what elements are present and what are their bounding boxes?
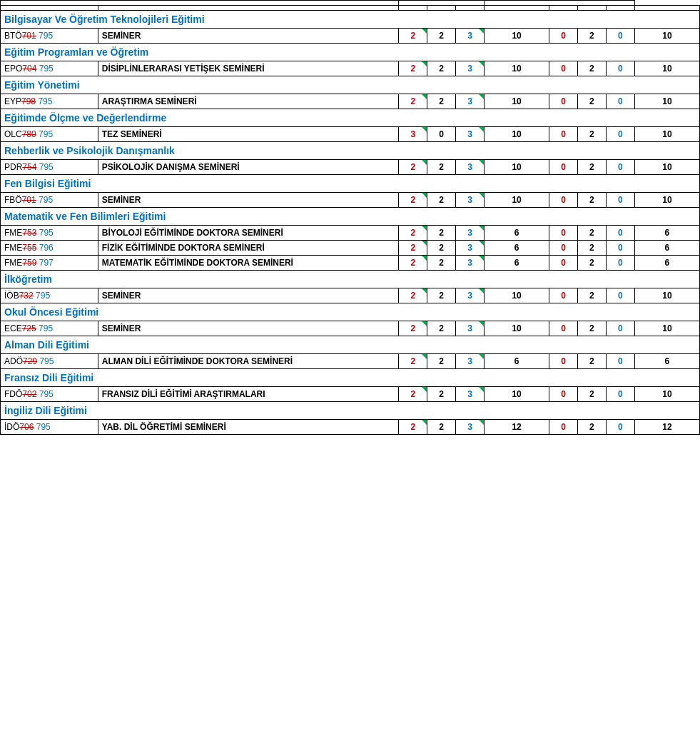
dept-code: FME — [4, 243, 22, 253]
k-new-value-cell: 0 — [606, 241, 634, 256]
table-row: FDÖ702 795 FRANSIZ DİLİ EĞİTİMİ ARAŞTIRM… — [1, 387, 700, 402]
k-new-value: 0 — [618, 258, 623, 268]
course-code-cell: FDÖ702 795 — [1, 387, 98, 402]
k-value: 3 — [467, 228, 472, 238]
ects-value-cell: 6 — [484, 354, 549, 369]
k-value: 3 — [467, 291, 472, 301]
dept-code: ADÖ — [4, 356, 23, 366]
k-value: 3 — [467, 129, 472, 139]
ders-kodu-col — [1, 6, 98, 11]
ects-value: 6 — [514, 258, 519, 268]
t-new-value: 0 — [561, 422, 566, 432]
t-value: 2 — [410, 323, 415, 333]
t-new-value-cell: 0 — [549, 321, 578, 336]
p-new-value: 2 — [589, 195, 594, 205]
p-value: 2 — [439, 31, 444, 41]
t-value: 2 — [410, 422, 415, 432]
p-new-col — [578, 6, 607, 11]
course-name: BİYOLOJİ EĞİTİMİNDE DOKTORA SEMİNERİ — [102, 228, 283, 238]
t-new-value-cell: 0 — [549, 256, 578, 271]
new-code: 795 — [38, 96, 52, 106]
table-row: BTÖ701 795 SEMİNER 2 2 3 10 0 — [1, 29, 700, 44]
p-new-value-cell: 2 — [578, 61, 607, 76]
k-new-value-cell: 0 — [606, 127, 634, 142]
table-row: OLC780 795 TEZ SEMİNERİ 3 0 3 10 0 — [1, 127, 700, 142]
old-code: 701 — [22, 195, 36, 205]
p-value-cell: 2 — [427, 288, 456, 303]
course-name: ALMAN DİLİ EĞİTİMİNDE DOKTORA SEMİNERİ — [102, 356, 293, 366]
section-name: Fen Bilgisi Eğitimi — [4, 178, 91, 189]
ders-listesi-header — [1, 1, 399, 6]
p-new-value-cell: 2 — [578, 387, 607, 402]
course-code-cell: ECE725 795 — [1, 321, 98, 336]
dept-code: FME — [4, 258, 22, 268]
p-new-value: 2 — [589, 422, 594, 432]
p-value: 2 — [439, 243, 444, 253]
t-value-cell: 2 — [399, 321, 427, 336]
k-new-value-cell: 0 — [606, 387, 634, 402]
k-value-cell: 3 — [456, 288, 485, 303]
k-new-value: 0 — [618, 195, 623, 205]
k-value-cell: 3 — [456, 94, 485, 109]
ects-new-value-cell: 10 — [634, 94, 699, 109]
ects-new-value: 10 — [662, 162, 671, 172]
table-body: Bilgisayar Ve Öğretim Teknolojileri Eğit… — [1, 11, 700, 435]
table-row: PDR754 795 PSİKOLOJİK DANIŞMA SEMİNERİ 2… — [1, 160, 700, 175]
k-new-value: 0 — [618, 96, 623, 106]
p-value: 2 — [439, 96, 444, 106]
course-name-cell: ARAŞTIRMA SEMİNERİ — [98, 94, 399, 109]
k-value-cell: 3 — [456, 256, 485, 271]
p-new-value: 2 — [589, 243, 594, 253]
ects-value: 10 — [512, 129, 521, 139]
p-value: 2 — [439, 356, 444, 366]
course-name: TEZ SEMİNERİ — [102, 129, 162, 139]
ects-new-value: 6 — [665, 243, 670, 253]
t-value: 2 — [410, 64, 415, 74]
course-code-cell: EYP798 795 — [1, 94, 98, 109]
ects-new-value-cell: 10 — [634, 29, 699, 44]
ects-value: 6 — [514, 243, 519, 253]
section-header-row: İlköğretim — [1, 271, 700, 288]
ects-new-value-cell: 10 — [634, 160, 699, 175]
p-new-value-cell: 2 — [578, 420, 607, 435]
ects-value: 10 — [512, 389, 521, 399]
k-value-cell: 3 — [456, 387, 485, 402]
t-value-cell: 2 — [399, 387, 427, 402]
section-header-row: Eğitim Yönetimi — [1, 76, 700, 94]
ects-new-value-cell: 10 — [634, 288, 699, 303]
course-name: YAB. DİL ÖĞRETİMİ SEMİNERİ — [102, 422, 226, 432]
t-value-cell: 2 — [399, 94, 427, 109]
ders-adi-col — [98, 6, 399, 11]
ects-col — [484, 6, 549, 11]
dept-code: FDÖ — [4, 389, 22, 399]
k-value: 3 — [467, 389, 472, 399]
p-value: 2 — [439, 323, 444, 333]
section-name: Okul Öncesi Eğitimi — [4, 306, 98, 318]
section-header-row: Eğitimde Ölçme ve Değerlendirme — [1, 109, 700, 127]
p-value-cell: 2 — [427, 94, 456, 109]
table-row: EPO704 795 DİSİPLİNLERARASI YETİŞEK SEMİ… — [1, 61, 700, 76]
ects-value-cell: 10 — [484, 387, 549, 402]
k-new-value-cell: 0 — [606, 226, 634, 241]
section-header-row: Bilgisayar Ve Öğretim Teknolojileri Eğit… — [1, 11, 700, 29]
section-name: Eğitim Yönetimi — [4, 79, 80, 91]
t-value: 2 — [410, 243, 415, 253]
t-value-cell: 2 — [399, 193, 427, 208]
course-name: SEMİNER — [102, 323, 141, 333]
course-code-cell: İDÖ706 795 — [1, 420, 98, 435]
course-name-cell: ALMAN DİLİ EĞİTİMİNDE DOKTORA SEMİNERİ — [98, 354, 399, 369]
p-value-cell: 2 — [427, 29, 456, 44]
course-name-cell: TEZ SEMİNERİ — [98, 127, 399, 142]
p-new-value: 2 — [589, 389, 594, 399]
t-value: 2 — [410, 195, 415, 205]
dept-code: FME — [4, 228, 22, 238]
p-value-cell: 2 — [427, 321, 456, 336]
table-row: İÖB732 795 SEMİNER 2 2 3 10 0 — [1, 288, 700, 303]
p-value: 2 — [439, 195, 444, 205]
table-row: FME753 795 BİYOLOJİ EĞİTİMİNDE DOKTORA S… — [1, 226, 700, 241]
section-name: İlköğretim — [4, 273, 52, 285]
k-value: 3 — [467, 323, 472, 333]
p-new-value-cell: 2 — [578, 226, 607, 241]
t-value: 2 — [410, 31, 415, 41]
k-new-value: 0 — [618, 228, 623, 238]
